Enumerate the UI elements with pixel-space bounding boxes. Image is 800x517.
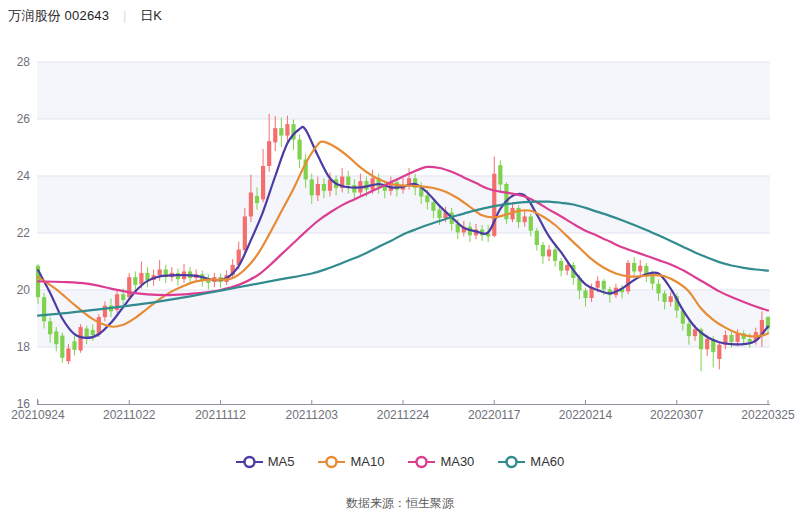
candle-up — [158, 269, 162, 275]
candle-down — [297, 140, 301, 160]
legend-marker-icon — [498, 455, 525, 469]
data-source-note: 数据来源：恒生聚源 — [0, 495, 800, 512]
legend-item-ma5[interactable]: MA5 — [236, 454, 295, 469]
y-axis-label: 18 — [17, 340, 31, 354]
candle-down — [255, 196, 259, 203]
chart-legend: MA5MA10MA30MA60 — [0, 454, 800, 469]
x-axis-label: 20220325 — [741, 408, 795, 422]
candle-down — [48, 321, 52, 334]
legend-marker-icon — [236, 455, 263, 469]
candle-up — [261, 166, 265, 199]
y-axis-label: 26 — [17, 112, 31, 126]
legend-marker-icon — [408, 455, 435, 469]
candle-up — [596, 281, 600, 288]
y-axis-label: 20 — [17, 283, 31, 297]
candle-down — [425, 195, 429, 202]
legend-marker-icon — [318, 455, 345, 469]
candle-up — [693, 329, 697, 336]
candle-up — [285, 124, 289, 135]
candle-up — [669, 296, 673, 302]
x-axis-label: 20211203 — [286, 408, 339, 422]
candle-up — [523, 216, 527, 222]
candle-down — [310, 179, 314, 195]
candle-up — [243, 216, 247, 250]
candle-down — [632, 263, 636, 272]
background-band — [37, 290, 770, 347]
candle-up — [316, 184, 320, 195]
candle-up — [717, 345, 721, 359]
legend-label: MA10 — [350, 454, 384, 469]
candle-up — [249, 193, 253, 217]
candle-up — [78, 327, 82, 350]
candle-up — [139, 273, 143, 284]
legend-item-ma10[interactable]: MA10 — [318, 454, 384, 469]
candle-up — [273, 128, 277, 142]
x-axis-label: 20210924 — [11, 408, 65, 422]
candle-down — [748, 339, 752, 342]
legend-label: MA30 — [440, 454, 474, 469]
kline-chart[interactable]: 2826242220181620210924202110222021111220… — [0, 0, 800, 450]
candle-down — [729, 335, 733, 342]
candle-up — [267, 141, 271, 166]
candle-down — [322, 184, 326, 191]
candle-down — [529, 216, 533, 230]
candle-down — [352, 185, 356, 192]
candle-down — [54, 331, 58, 344]
candle-down — [602, 281, 606, 290]
candle-down — [662, 293, 666, 302]
candle-down — [383, 187, 387, 191]
candle-down — [42, 297, 46, 321]
candle-up — [547, 250, 551, 257]
legend-label: MA5 — [268, 454, 295, 469]
x-axis-label: 20220307 — [650, 408, 704, 422]
y-axis-label: 24 — [17, 169, 31, 183]
candle-up — [705, 339, 709, 349]
candle-down — [437, 210, 441, 219]
candle-up — [97, 317, 101, 334]
candle-up — [103, 306, 107, 317]
x-axis-label: 20211022 — [103, 408, 156, 422]
candle-down — [541, 245, 545, 256]
candle-down — [431, 202, 435, 211]
candle-down — [498, 165, 502, 184]
x-axis-label: 20220214 — [559, 408, 613, 422]
legend-item-ma30[interactable]: MA30 — [408, 454, 474, 469]
candle-down — [206, 281, 210, 283]
candle-down — [656, 284, 660, 294]
candle-down — [583, 291, 587, 298]
candle-down — [687, 324, 691, 337]
x-axis-label: 20211112 — [195, 408, 246, 422]
candle-up — [638, 266, 642, 272]
candle-down — [121, 294, 125, 300]
y-axis-label: 28 — [17, 55, 31, 69]
background-band — [37, 62, 770, 119]
candle-down — [535, 231, 539, 245]
candle-down — [279, 128, 283, 135]
candle-down — [553, 250, 557, 261]
candle-up — [565, 265, 569, 271]
legend-label: MA60 — [530, 454, 564, 469]
legend-item-ma60[interactable]: MA60 — [498, 454, 564, 469]
candle-down — [346, 177, 350, 186]
candle-up — [127, 277, 131, 297]
candle-down — [133, 277, 137, 285]
candle-down — [559, 261, 563, 271]
candle-down — [650, 276, 654, 283]
y-axis-label: 22 — [17, 226, 31, 240]
candle-down — [60, 336, 64, 358]
x-axis-label: 20211224 — [377, 408, 430, 422]
x-axis-label: 20220117 — [468, 408, 521, 422]
candle-up — [66, 348, 70, 361]
candle-down — [91, 330, 95, 335]
candle-down — [72, 341, 76, 350]
